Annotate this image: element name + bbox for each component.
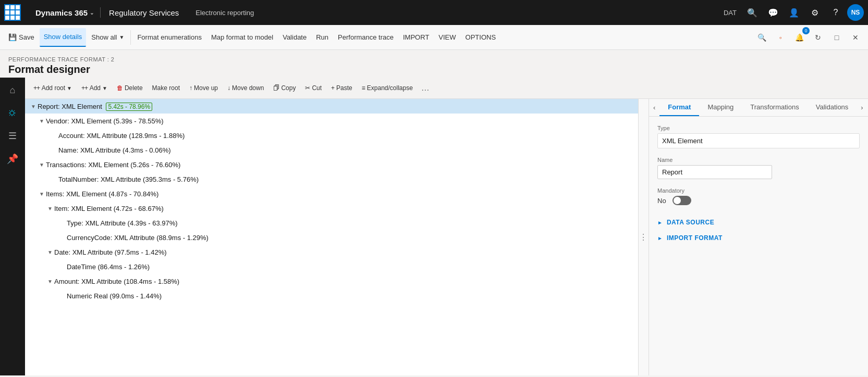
validate-button[interactable]: Validate — [278, 28, 311, 47]
tree-item[interactable]: ▼ Report: XML Element 5.42s - 78.96% — [25, 99, 638, 114]
avatar[interactable]: NS — [847, 4, 864, 21]
page-header: PERFORMANCE TRACE FORMAT : 2 Format desi… — [0, 50, 868, 78]
import-button[interactable]: IMPORT — [399, 28, 433, 47]
make-root-button[interactable]: Make root — [148, 81, 184, 95]
page-name: Electronic reporting — [187, 9, 262, 17]
close-icon[interactable]: ✕ — [847, 29, 864, 46]
map-format-to-model-button[interactable]: Map format to model — [207, 28, 277, 47]
type-label: Type — [657, 125, 860, 131]
search-icon[interactable]: 🔍 — [743, 3, 762, 22]
toggle-track — [673, 196, 691, 205]
move-up-icon: ↑ — [189, 84, 192, 92]
cut-icon: ✂ — [305, 84, 310, 92]
tree-item[interactable]: ▼ Vendor: XML Element (5.39s - 78.55%) — [25, 114, 638, 128]
tree-item[interactable]: ► CurrencyCode: XML Attribute (88.9ms - … — [25, 230, 638, 245]
cut-button[interactable]: ✂ Cut — [301, 81, 326, 95]
nav-pinned-icon[interactable]: 📌 — [2, 148, 23, 169]
nav-filter-icon[interactable]: ⛭ — [2, 103, 23, 123]
view-button[interactable]: VIEW — [434, 28, 460, 47]
expand-collapse-button[interactable]: ≡ Expand/collapse — [358, 81, 417, 95]
delete-button[interactable]: 🗑 Delete — [113, 81, 147, 95]
props-tabs: ‹ Format Mapping Transformations Validat… — [649, 99, 868, 117]
props-panel: ‹ Format Mapping Transformations Validat… — [649, 99, 868, 375]
toggle-icon[interactable]: ▼ — [38, 118, 46, 124]
ribbon-right-controls: 🔍 ◦ 🔔 0 ↻ □ ✕ — [753, 29, 864, 46]
app-name[interactable]: Dynamics 365 ⌄ — [29, 8, 100, 17]
tree-item[interactable]: ▼ Amount: XML Attribute (108.4ms - 1.58%… — [25, 274, 638, 288]
tabs-left-arrow[interactable]: ‹ — [649, 99, 659, 116]
tree-item[interactable]: ► Name: XML Attribute (4.3ms - 0.06%) — [25, 143, 638, 157]
tree-item[interactable]: ▼ Item: XML Element (4.72s - 68.67%) — [25, 201, 638, 216]
tab-format[interactable]: Format — [659, 99, 699, 116]
tab-transformations[interactable]: Transformations — [742, 99, 807, 116]
tree-item[interactable]: ► Account: XML Attribute (128.9ms - 1.88… — [25, 128, 638, 143]
save-button[interactable]: 💾 Save — [4, 28, 39, 47]
user-settings-icon[interactable]: 👤 — [785, 3, 803, 22]
add-root-button[interactable]: + + Add root ▼ — [29, 81, 76, 95]
waffle-menu[interactable] — [4, 4, 21, 21]
toggle-icon[interactable]: ▼ — [46, 206, 54, 211]
resize-dots-icon: ⋮ — [639, 232, 648, 242]
nav-recent-icon[interactable]: ☰ — [2, 125, 23, 146]
tree-panel: ▼ Report: XML Element 5.42s - 78.96% ▼ V… — [25, 99, 639, 375]
refresh-icon[interactable]: ↻ — [810, 29, 826, 46]
tabs-right-arrow[interactable]: › — [857, 99, 867, 116]
type-value: XML Element — [657, 133, 860, 148]
tab-validations[interactable]: Validations — [808, 99, 857, 116]
move-up-button[interactable]: ↑ Move up — [185, 81, 222, 95]
toggle-icon[interactable]: ▼ — [46, 279, 54, 284]
tree-item[interactable]: ► DateTime (86.4ms - 1.26%) — [25, 259, 638, 274]
chat-icon[interactable]: 💬 — [764, 3, 783, 22]
panel-resize-handle[interactable]: ⋮ — [639, 99, 649, 375]
run-button[interactable]: Run — [312, 28, 333, 47]
toggle-icon[interactable]: ▼ — [38, 162, 46, 168]
notifications-button[interactable]: 🔔 0 — [791, 29, 808, 46]
content-area: + + Add root ▼ + + Add ▼ 🗑 Delete Make r… — [25, 78, 868, 375]
options-button[interactable]: OPTIONS — [461, 28, 500, 47]
toggle-icon[interactable]: ▼ — [38, 191, 46, 197]
add-chevron-icon: ▼ — [102, 85, 107, 91]
name-label: Name — [657, 157, 860, 163]
import-format-section[interactable]: ► IMPORT FORMAT — [657, 229, 860, 245]
bell-icon: 🔔 — [795, 33, 804, 42]
tree-item[interactable]: ► TotalNumber: XML Attribute (395.3ms - … — [25, 172, 638, 186]
toolbar: + + Add root ▼ + + Add ▼ 🗑 Delete Make r… — [25, 78, 868, 99]
show-details-button[interactable]: Show details — [40, 28, 87, 47]
type-field: Type XML Element — [657, 125, 860, 148]
copy-button[interactable]: 🗍 Copy — [269, 81, 300, 95]
mandatory-toggle[interactable] — [673, 196, 691, 205]
help-icon[interactable]: ? — [826, 3, 845, 22]
settings-icon[interactable]: ⚙ — [805, 3, 824, 22]
format-enumerations-button[interactable]: Format enumerations — [133, 28, 206, 47]
left-nav: ⌂ ⛭ ☰ 📌 — [0, 78, 25, 375]
tree-item[interactable]: ► Numeric Real (99.0ms - 1.44%) — [25, 288, 638, 303]
open-new-window-icon[interactable]: □ — [828, 29, 845, 46]
toggle-thumb — [674, 197, 681, 204]
props-body: Type XML Element Name Mandatory No — [649, 117, 868, 375]
name-input[interactable] — [657, 165, 772, 179]
tree-item[interactable]: ▼ Items: XML Element (4.87s - 70.84%) — [25, 186, 638, 201]
expand-collapse-icon: ≡ — [362, 84, 365, 92]
copy-icon: 🗍 — [273, 84, 279, 92]
toggle-icon[interactable]: ▼ — [29, 104, 38, 109]
mandatory-no-label: No — [657, 197, 666, 205]
paste-icon: + — [331, 84, 335, 92]
show-all-button[interactable]: Show all ▼ — [87, 28, 128, 47]
add-button[interactable]: + + Add ▼ — [77, 81, 112, 95]
tab-mapping[interactable]: Mapping — [699, 99, 742, 116]
top-bar-right: DAT 🔍 💬 👤 ⚙ ? NS — [719, 3, 864, 22]
nav-home-icon[interactable]: ⌂ — [2, 80, 23, 100]
tree-item[interactable]: ► Type: XML Attribute (4.39s - 63.97%) — [25, 216, 638, 230]
tree-item[interactable]: ▼ Transactions: XML Element (5.26s - 76.… — [25, 157, 638, 172]
paste-button[interactable]: + Paste — [327, 81, 357, 95]
performance-trace-button[interactable]: Performance trace — [334, 28, 398, 47]
toggle-icon[interactable]: ▼ — [46, 249, 54, 255]
more-options-icon[interactable]: … — [418, 81, 433, 95]
module-name: Regulatory Services — [101, 8, 187, 17]
tree-item[interactable]: ▼ Date: XML Attribute (97.5ms - 1.42%) — [25, 245, 638, 259]
search-ribbon-icon[interactable]: 🔍 — [753, 29, 770, 46]
office-icon[interactable]: ◦ — [772, 29, 789, 46]
data-source-section[interactable]: ► DATA SOURCE — [657, 213, 860, 229]
name-field: Name — [657, 157, 860, 179]
move-down-button[interactable]: ↓ Move down — [223, 81, 268, 95]
